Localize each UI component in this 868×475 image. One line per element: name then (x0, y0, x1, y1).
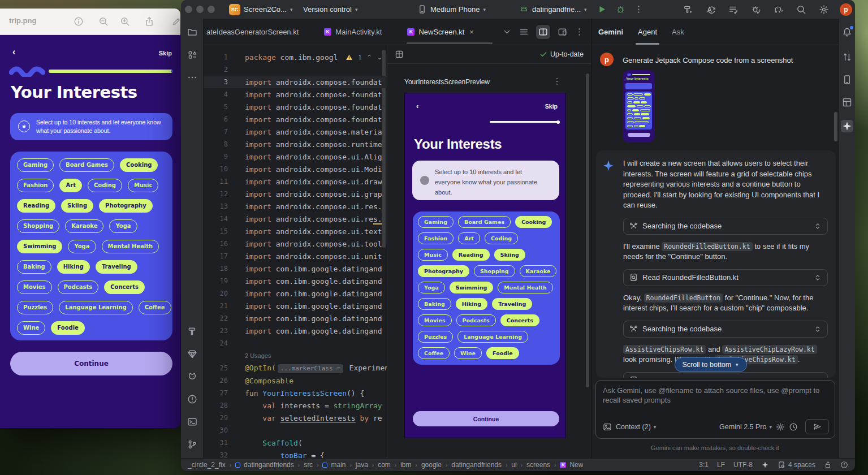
more-actions-icon[interactable] (634, 5, 644, 14)
more-tool-windows-icon[interactable] (187, 72, 197, 83)
code-line[interactable]: 13import androidx.compose.ui.res. (204, 200, 387, 213)
zoom-in-icon[interactable] (120, 16, 130, 27)
code-line[interactable]: 1package com.ibm.googl1⌃⌄ (204, 51, 387, 63)
build-run-icon[interactable] (683, 5, 693, 15)
interest-chip[interactable]: Coffee (418, 347, 450, 359)
interest-chip[interactable]: Coffee (139, 301, 171, 314)
editor-kebab-icon[interactable] (575, 27, 584, 37)
interest-chip[interactable]: Board Games (458, 216, 511, 228)
code-line[interactable]: 26@Composable (204, 374, 387, 387)
split-view-icon[interactable] (536, 25, 550, 39)
code-line[interactable]: 6import androidx.compose.foundat (204, 113, 387, 126)
breadcrumb-item[interactable]: com (378, 461, 391, 469)
interest-chip[interactable]: Concerts (104, 280, 145, 294)
unfold-icon[interactable] (814, 274, 822, 282)
build-icon[interactable] (187, 326, 197, 336)
code-line[interactable]: 29 var selectedInterests by re (204, 412, 387, 424)
interest-chip[interactable]: Language Learning (59, 301, 132, 314)
interest-chip[interactable]: Cooking (120, 158, 158, 172)
send-button[interactable] (805, 419, 829, 434)
indent-widget[interactable]: 4 spaces (778, 461, 815, 469)
interest-chip[interactable]: Music (418, 249, 448, 261)
settings-icon[interactable] (819, 5, 829, 15)
code-editor[interactable]: 1package com.ibm.googl1⌃⌄23import androi… (204, 45, 387, 458)
history-icon[interactable] (789, 422, 798, 431)
gemini-tool-icon[interactable] (841, 120, 853, 132)
interest-chip[interactable]: Skiing (61, 199, 93, 213)
interest-chip[interactable]: Baking (17, 260, 51, 274)
device-explorer-icon[interactable] (842, 75, 852, 85)
attach-image-icon[interactable] (603, 422, 612, 431)
unfold-icon[interactable] (814, 325, 822, 333)
code-line[interactable]: 16import androidx.compose.ui.tool (204, 238, 387, 250)
tab-list-chevron-icon[interactable] (502, 27, 512, 37)
interest-chip[interactable]: Swimming (450, 282, 494, 293)
code-line[interactable]: 12import androidx.compose.ui.grap (204, 188, 387, 200)
gemini-step-expander[interactable]: Read AssistiveChipsRow.kt (623, 372, 828, 378)
project-folder-icon[interactable] (187, 27, 197, 37)
interest-chip[interactable]: Baking (418, 298, 451, 310)
code-line[interactable]: 25@OptIn(...markerClass = Experiment (204, 362, 387, 374)
gradle-sync-icon[interactable] (774, 5, 784, 15)
model-selector[interactable]: Gemini 2.5 Pro▾ (719, 423, 772, 431)
interest-chip[interactable]: Art (458, 232, 480, 244)
interest-chip[interactable]: Music (128, 179, 158, 192)
interest-chip[interactable]: Coding (485, 232, 518, 244)
code-line[interactable]: 27fun YourInterestsScreen() { (204, 387, 387, 399)
run-configuration-selector[interactable]: datingandfrie...▾ (519, 0, 587, 19)
interest-chip[interactable]: Gaming (418, 216, 454, 228)
file-encoding[interactable]: UTF-8 (733, 461, 753, 469)
code-line[interactable]: 19import com.ibm.google.datingand (204, 275, 387, 287)
code-line[interactable]: 21import com.ibm.google.datingand (204, 300, 387, 312)
code-line[interactable]: 5import androidx.compose.foundat (204, 101, 387, 113)
interest-chip[interactable]: Mental Health (102, 240, 159, 253)
tab-ask[interactable]: Ask (672, 19, 684, 45)
code-line[interactable]: 8import androidx.compose.runtime (204, 138, 387, 150)
gemini-settings-icon[interactable] (776, 422, 785, 431)
resource-manager-icon[interactable] (187, 50, 197, 60)
interest-chip[interactable]: Art (59, 179, 81, 192)
breadcrumb-item[interactable]: ui (511, 461, 516, 469)
code-line[interactable]: 14import androidx.compose.ui.res. (204, 213, 387, 225)
scroll-to-bottom-button[interactable]: Scroll to bottom▼ (674, 357, 747, 372)
code-line[interactable]: 15import androidx.compose.ui.text (204, 225, 387, 238)
share-icon[interactable] (144, 16, 154, 27)
version-control-icon[interactable] (187, 439, 197, 450)
preview-name[interactable]: YourInterestsScreenPreview (404, 78, 490, 86)
traffic-light-zoom-icon[interactable] (208, 6, 215, 13)
interest-chip[interactable]: Movies (418, 314, 452, 326)
interest-chip[interactable]: Traveling (492, 298, 532, 310)
run-button[interactable] (597, 5, 607, 14)
code-line[interactable]: 17import androidx.compose.ui.unit (204, 250, 387, 262)
traffic-light-close-icon[interactable] (185, 6, 192, 13)
user-avatar[interactable]: p (840, 3, 852, 16)
screenshot-thumbnail[interactable]: Your Interests (623, 70, 655, 142)
interest-chip[interactable]: Traveling (96, 260, 137, 274)
interest-chip[interactable]: Foodie (486, 347, 519, 359)
readonly-lock-icon[interactable] (824, 461, 832, 469)
interest-chip[interactable]: Karaoke (65, 219, 103, 233)
interest-chip[interactable]: Yoga (418, 282, 445, 293)
code-line[interactable]: 2 (204, 63, 387, 76)
interest-chip[interactable]: Yoga (68, 240, 96, 253)
logcat-icon[interactable] (187, 372, 197, 382)
interest-chip[interactable]: Shopping (474, 265, 515, 277)
project-selector[interactable]: SC Screen2Co...▾ (229, 0, 292, 19)
breadcrumb-item[interactable]: java (356, 461, 368, 469)
breadcrumb-item[interactable]: datingandfriends (235, 461, 294, 469)
interest-chip[interactable]: Mental Health (498, 282, 553, 293)
interest-chip[interactable]: Skiing (494, 249, 525, 261)
code-line[interactable]: 3import androidx.compose.foundat (204, 76, 387, 88)
interest-chip[interactable]: Puzzles (418, 331, 453, 343)
interest-chip[interactable]: Hiking (57, 260, 90, 274)
breadcrumb-item[interactable]: _circle_2_fix (188, 461, 226, 469)
code-line[interactable]: 10import androidx.compose.ui.Modi (204, 163, 387, 175)
breadcrumb-item[interactable]: datingandfriends (451, 461, 502, 469)
markup-icon[interactable] (171, 16, 180, 27)
interest-chip[interactable]: Foodie (51, 321, 85, 335)
code-line[interactable]: 28 val interests = stringArray (204, 399, 387, 412)
breadcrumb-item[interactable]: main (322, 461, 346, 469)
interest-chip[interactable]: Puzzles (17, 301, 53, 314)
code-line[interactable]: 23import com.ibm.google.datingand (204, 325, 387, 337)
terminal-icon[interactable] (187, 417, 197, 427)
